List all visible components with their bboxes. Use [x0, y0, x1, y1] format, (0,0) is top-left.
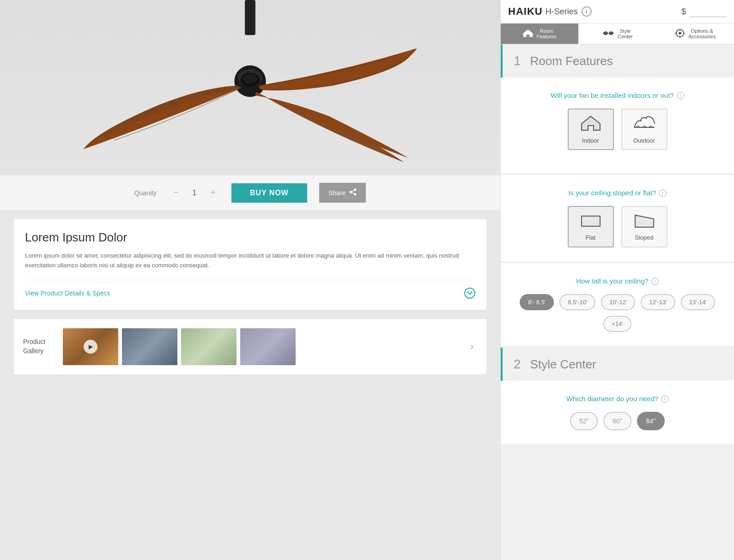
- share-icon: [349, 188, 357, 197]
- style-center-tab-icon: [602, 29, 615, 39]
- indoor-outdoor-section: Will your fan be installed indoors or ou…: [501, 78, 734, 173]
- section-1-title: Room Features: [530, 54, 613, 68]
- fan-image-area: [0, 0, 500, 175]
- diameter-question: Which diameter do you need? i: [512, 395, 723, 403]
- right-panel: HAIKU H-Series ℹ $ Room Features: [500, 0, 734, 560]
- price-input[interactable]: [690, 6, 727, 17]
- options-tab-icon: [674, 29, 685, 39]
- section-2-header: 2 Style Center: [501, 348, 734, 381]
- series-name: H-Series: [546, 7, 578, 17]
- ceiling-type-question: Is your ceiling sloped or flat? i: [512, 189, 723, 197]
- product-description: Lorem ipsum dolor sit amet, consectetur …: [25, 251, 475, 271]
- section-2-number: 2: [514, 357, 521, 372]
- quantity-label: Quanity: [134, 189, 157, 197]
- gallery-images: ▶: [63, 328, 459, 365]
- diameter-52[interactable]: 52": [570, 412, 598, 430]
- gallery-label: Product Gallery: [23, 337, 55, 355]
- ceiling-type-section: Is your ceiling sloped or flat? i Flat: [501, 175, 734, 261]
- diameter-84[interactable]: 84": [637, 412, 665, 430]
- flat-label: Flat: [586, 234, 596, 241]
- price-area: $: [681, 6, 727, 17]
- flat-ceiling-option[interactable]: Flat: [568, 206, 614, 247]
- indoor-outdoor-question: Will your fan be installed indoors or ou…: [512, 91, 723, 99]
- ceiling-height-question: How tall is your ceiling? i: [512, 277, 723, 285]
- tab-options-accessories[interactable]: Options & Accessories: [656, 24, 734, 44]
- svg-point-11: [679, 32, 681, 35]
- gallery-thumb-1[interactable]: ▶: [63, 328, 118, 365]
- brand-area: HAIKU H-Series ℹ: [508, 6, 592, 18]
- svg-rect-13: [582, 216, 600, 226]
- indoor-option[interactable]: Indoor: [568, 108, 614, 150]
- left-panel: Quanity − 1 + BUY NOW Share Lorem Ipsum …: [0, 0, 500, 560]
- buy-now-button[interactable]: BUY NOW: [231, 183, 307, 203]
- gallery-thumb-4[interactable]: [240, 328, 296, 365]
- diameter-options: 52" 60" 84": [512, 412, 723, 430]
- expand-icon: [464, 288, 475, 299]
- tab-room-features[interactable]: Room Features: [501, 24, 578, 44]
- section-1-number: 1: [514, 54, 521, 68]
- quantity-decrement-button[interactable]: −: [170, 187, 182, 199]
- play-button[interactable]: ▶: [84, 340, 97, 354]
- tab-options-label: Options & Accessories: [688, 28, 716, 39]
- sloped-ceiling-option[interactable]: Sloped: [621, 206, 667, 247]
- outdoor-option[interactable]: Outdoor: [621, 108, 667, 150]
- product-title: Lorem Ipsum Dolor: [25, 230, 475, 245]
- view-details-label: View Product Details & Specs: [25, 289, 110, 297]
- share-button[interactable]: Share: [319, 183, 366, 203]
- gallery-next-button[interactable]: ›: [467, 337, 477, 355]
- height-chip-2[interactable]: 10'-12': [601, 294, 635, 310]
- height-chip-3[interactable]: 12'-13': [641, 294, 675, 310]
- diameter-60[interactable]: 60": [603, 412, 631, 430]
- quantity-increment-button[interactable]: +: [206, 187, 219, 199]
- section-2-title: Style Center: [530, 357, 596, 372]
- nav-tabs: Room Features Style Center Options & Acc…: [501, 24, 734, 44]
- height-chip-4[interactable]: 13'-14': [681, 294, 715, 310]
- price-prefix: $: [681, 7, 686, 17]
- controls-bar: Quanity − 1 + BUY NOW Share: [0, 175, 500, 210]
- brand-info-icon[interactable]: ℹ: [582, 6, 592, 17]
- ceiling-type-info-icon[interactable]: i: [659, 189, 667, 197]
- tab-style-center[interactable]: Style Center: [578, 24, 656, 44]
- view-details-link[interactable]: View Product Details & Specs: [25, 280, 475, 299]
- ceiling-type-options: Flat Sloped: [512, 206, 723, 247]
- svg-line-9: [351, 192, 355, 194]
- svg-rect-0: [245, 0, 255, 35]
- tab-room-features-label: Room Features: [536, 28, 556, 39]
- room-features-tab-icon: [522, 29, 534, 39]
- indoor-icon: [580, 114, 602, 133]
- share-label: Share: [328, 189, 346, 197]
- indoor-label: Indoor: [582, 137, 599, 144]
- section-1-header: 1 Room Features: [501, 44, 734, 78]
- height-chip-5[interactable]: +14': [603, 316, 631, 332]
- ceiling-height-section: How tall is your ceiling? i 8'- 8.5' 8.5…: [501, 263, 734, 346]
- outdoor-icon: [633, 114, 655, 133]
- flat-icon: [580, 212, 602, 230]
- height-chip-1[interactable]: 8.5'-10': [559, 294, 595, 310]
- diameter-section: Which diameter do you need? i 52" 60" 84…: [501, 381, 734, 444]
- quantity-value: 1: [190, 189, 199, 197]
- indoor-outdoor-info-icon[interactable]: i: [677, 92, 684, 99]
- gallery-thumb-2[interactable]: [122, 328, 177, 365]
- sloped-icon: [633, 212, 655, 230]
- gallery-thumb-3[interactable]: [181, 328, 237, 365]
- height-chip-0[interactable]: 8'- 8.5': [520, 294, 554, 310]
- height-options: 8'- 8.5' 8.5'-10' 10'-12' 12'-13' 13'-14…: [512, 294, 723, 332]
- diameter-info-icon[interactable]: i: [661, 395, 668, 403]
- product-header: HAIKU H-Series ℹ $: [501, 0, 734, 24]
- brand-name: HAIKU: [508, 6, 543, 18]
- ceiling-height-info-icon[interactable]: i: [651, 277, 659, 285]
- sloped-label: Sloped: [635, 234, 653, 241]
- indoor-outdoor-options: Indoor Outdoor: [512, 108, 723, 150]
- svg-line-8: [351, 190, 355, 192]
- product-info-card: Lorem Ipsum Dolor Lorem ipsum dolor sit …: [14, 219, 486, 310]
- outdoor-label: Outdoor: [633, 137, 655, 144]
- svg-point-4: [243, 74, 257, 84]
- product-gallery: Product Gallery ▶ ›: [14, 319, 486, 374]
- tab-style-center-label: Style Center: [618, 28, 633, 39]
